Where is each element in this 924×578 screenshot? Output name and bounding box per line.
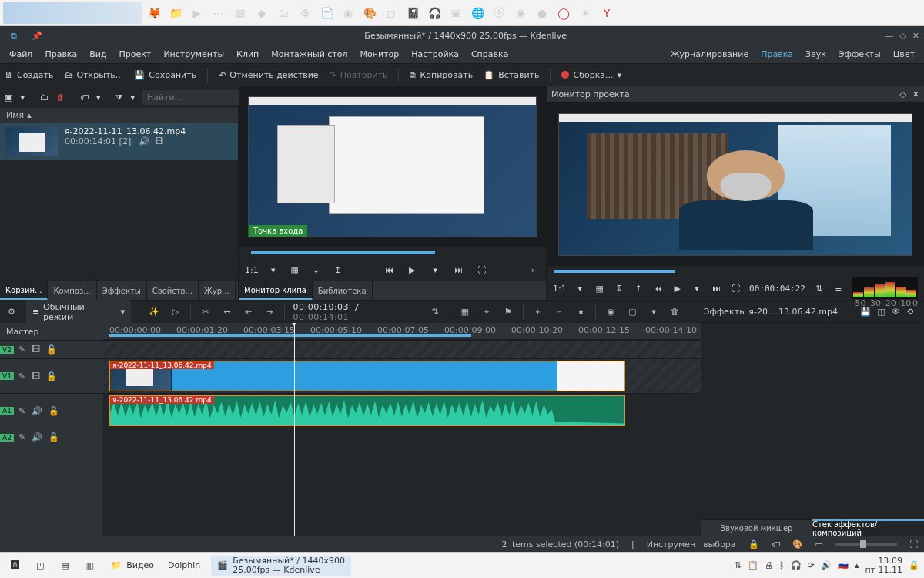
bin-filter-icon[interactable]: ⧩ [116, 92, 122, 102]
bin-folder-icon[interactable]: 🗀 [40, 92, 49, 102]
lock-icon[interactable]: 🔓 [46, 344, 57, 355]
status-thumb-icon[interactable]: ▭ [815, 539, 823, 549]
redo-button[interactable]: ↷Повторить [330, 70, 388, 80]
menu-tools[interactable]: Инструменты [157, 45, 230, 63]
cut-icon[interactable]: ✂ [199, 307, 213, 317]
taskbar-icon-vbox[interactable]: ◻ [382, 4, 400, 22]
rewind-icon[interactable]: ⏮ [382, 263, 396, 277]
track-v1[interactable]: я-2022-11-11_13.06.42.mp4 [103, 358, 701, 393]
render-button[interactable]: Сборка...▾ [561, 70, 621, 80]
bin-item[interactable]: я-2022-11-11_13.06.42.mp4 00:00:14:01 [2… [0, 123, 238, 160]
menu-help[interactable]: Справка [465, 45, 514, 63]
task-dolphin[interactable]: 📁 Видео — Dolphin [105, 556, 206, 576]
play-dd-icon[interactable]: ▾ [428, 263, 442, 277]
layout-audio[interactable]: Звук [799, 45, 832, 63]
menu-monitor[interactable]: Монитор [354, 45, 406, 63]
playhead[interactable] [294, 323, 295, 536]
tab-clip-monitor[interactable]: Монитор клипа [239, 281, 313, 300]
paste-button[interactable]: 📋Вставить [484, 70, 539, 80]
tab-audio-mixer[interactable]: Звуковой микшер [701, 519, 812, 536]
tray-flag-icon[interactable]: 🇷🇺 [838, 560, 849, 570]
bin-tag-dd-icon[interactable]: ▾ [96, 92, 101, 102]
forward-icon[interactable]: ⏭ [451, 263, 465, 277]
taskbar-icon-gimp[interactable]: 🎨 [360, 4, 379, 22]
launcher-icon-2[interactable]: ▤ [55, 556, 75, 576]
menu-view[interactable]: Вид [83, 45, 112, 63]
tl-zoomout-icon[interactable]: － [552, 306, 566, 318]
overwrite-icon[interactable]: ⇥ [263, 307, 277, 317]
tray-chevron-icon[interactable]: ▴ [855, 560, 859, 570]
pm-forward-icon[interactable]: ⏭ [711, 281, 722, 295]
timeline-ruler[interactable]: 00:00:00:00 00:00:01:20 00:00:03:15 00:0… [103, 323, 701, 340]
menu-project[interactable]: Проект [113, 45, 158, 63]
taskbar-icon-audio[interactable]: 🎧 [425, 4, 444, 22]
track-visible-icon[interactable]: 🎞 [32, 344, 40, 355]
pm-rewind-icon[interactable]: ⏮ [652, 281, 664, 295]
start-menu-button[interactable]: 🅰 [5, 556, 25, 576]
play-icon[interactable]: ▶ [405, 263, 419, 277]
bin-filter-dd-icon[interactable]: ▾ [130, 92, 135, 102]
tray-clock[interactable]: 13:09 пт 11.11 [865, 556, 902, 574]
menu-settings[interactable]: Настройка [405, 45, 465, 63]
tl-marker-icon[interactable]: ⚑ [501, 307, 515, 317]
tl-fx-icon[interactable]: ✨ [147, 307, 161, 317]
save-button[interactable]: 💾Сохранить [134, 70, 196, 80]
taskbar-icon-code[interactable]: ▣ [447, 4, 465, 22]
taskbar-icon-headset[interactable]: ◉ [339, 4, 357, 22]
taskbar-icon-kde[interactable]: ◆ [253, 4, 271, 22]
taskbar-icon-yandex[interactable]: Y [598, 4, 616, 22]
window-maximize-button[interactable]: ◇ [899, 31, 906, 41]
pm-play-dd-icon[interactable]: ▾ [691, 281, 702, 295]
window-minimize-button[interactable]: — [885, 31, 893, 41]
taskbar-icon-terminal[interactable]: ▶ [188, 4, 206, 22]
panel-close-icon[interactable]: ✕ [912, 89, 919, 99]
new-button[interactable]: 🗎Создать [5, 70, 54, 80]
taskbar-icon-book[interactable]: 📓 [403, 4, 422, 22]
tray-printer-icon[interactable]: 🖨 [765, 560, 773, 570]
taskbar-icon-a[interactable]: Ⓐ [490, 4, 508, 22]
taskbar-icon-menu[interactable]: ⋯ [209, 4, 228, 22]
track-header-a2[interactable]: A2 ✎🔊🔓 [0, 428, 103, 446]
layout-editing[interactable]: Правка [755, 45, 799, 63]
pm-grid-icon[interactable]: ▦ [594, 281, 605, 295]
pm-zoom-dd-icon[interactable]: ▾ [574, 281, 586, 295]
track-a2[interactable] [103, 428, 701, 446]
tray-volume-icon[interactable]: 🔊 [821, 560, 832, 570]
clip-monitor-viewport[interactable]: Точка входа [239, 86, 546, 247]
bin-tag-icon[interactable]: 🏷 [80, 92, 89, 102]
zoom-dd-icon[interactable]: ▾ [266, 263, 280, 277]
tab-compositions[interactable]: Композ... [48, 281, 96, 300]
taskbar-icon-firefox[interactable]: 🦊 [145, 4, 163, 22]
tray-network-icon[interactable]: ⇅ [734, 560, 741, 570]
pm-out-icon[interactable]: ↥ [633, 281, 644, 295]
edit-mode-button[interactable]: ≡ Обычный режим ▾ [26, 300, 131, 324]
tl-select-icon[interactable]: ▷ [169, 307, 182, 317]
taskbar-icon-kde2[interactable]: ✶ [576, 4, 594, 22]
tray-audio-icon[interactable]: 🎧 [791, 560, 802, 570]
taskbar-icon-cam[interactable]: ◉ [511, 4, 530, 22]
track-visible-icon[interactable]: 🎞 [32, 371, 40, 381]
menu-clip[interactable]: Клип [230, 45, 265, 63]
lock-icon[interactable]: 🔓 [49, 406, 59, 416]
track-mute-icon[interactable]: 🔊 [32, 406, 42, 416]
taskbar-icon-opera[interactable]: ◯ [554, 4, 573, 22]
track-header-v2[interactable]: V2 ✎🎞🔓 [0, 340, 103, 358]
timeline-clip-video[interactable]: я-2022-11-11_13.06.42.mp4 [109, 361, 625, 391]
panel-float-icon[interactable]: ◇ [899, 89, 906, 99]
grid-icon[interactable]: ▦ [288, 263, 302, 277]
tl-config-icon[interactable]: ⚙ [5, 307, 18, 317]
status-fit-icon[interactable]: ⛶ [909, 539, 918, 549]
tab-bin[interactable]: Корзин... [0, 281, 48, 300]
tray-bluetooth-icon[interactable]: ᛒ [779, 560, 785, 570]
render-dropdown-icon[interactable]: ▾ [618, 70, 622, 80]
out-icon[interactable]: ↥ [331, 263, 345, 277]
tray-lock-icon[interactable]: 🔒 [909, 560, 919, 570]
menu-edit[interactable]: Правка [38, 45, 83, 63]
menu-file[interactable]: Файл [3, 45, 38, 63]
status-lock-icon[interactable]: 🔒 [748, 539, 759, 549]
project-monitor-viewport[interactable] [547, 103, 924, 266]
taskbar-icon-folder[interactable]: 🗂 [274, 4, 293, 22]
layout-logging[interactable]: Журналирование [665, 45, 755, 63]
taskbar-icon-apps[interactable]: ▦ [231, 4, 249, 22]
track-fx-icon[interactable]: ✎ [18, 371, 25, 381]
